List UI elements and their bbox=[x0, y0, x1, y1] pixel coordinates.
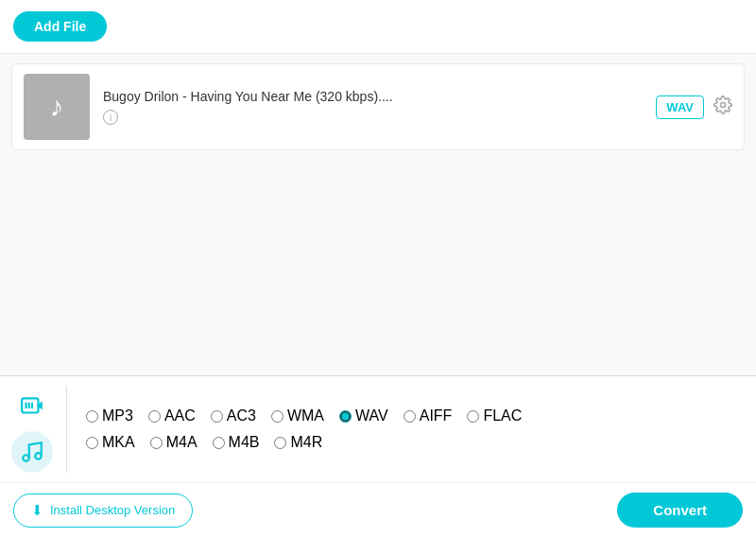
format-label-flac: FLAC bbox=[483, 407, 522, 424]
format-label-mka: MKA bbox=[102, 434, 135, 451]
svg-marker-2 bbox=[36, 402, 43, 410]
format-option-ac3[interactable]: AC3 bbox=[205, 406, 262, 426]
format-badge[interactable]: WAV bbox=[656, 95, 704, 119]
music-icon: ♪ bbox=[50, 91, 64, 123]
install-label: Install Desktop Version bbox=[50, 503, 175, 517]
format-row-2: MKA M4A M4B M4R bbox=[80, 432, 527, 453]
format-option-aac[interactable]: AAC bbox=[143, 406, 201, 426]
file-name: Bugoy Drilon - Having You Near Me (320 k… bbox=[103, 89, 643, 104]
format-option-flac[interactable]: FLAC bbox=[461, 406, 527, 426]
svg-point-6 bbox=[23, 455, 29, 461]
radio-wav[interactable] bbox=[339, 410, 352, 423]
format-row-1: MP3 AAC AC3 WMA WAV bbox=[80, 406, 527, 426]
convert-button[interactable]: Convert bbox=[617, 493, 743, 528]
format-option-m4b[interactable]: M4B bbox=[207, 432, 266, 453]
svg-point-7 bbox=[35, 453, 42, 459]
audio-icon bbox=[20, 440, 44, 464]
settings-icon[interactable] bbox=[713, 95, 732, 119]
radio-m4b[interactable] bbox=[213, 437, 225, 449]
radio-mka[interactable] bbox=[86, 437, 98, 449]
radio-aiff[interactable] bbox=[404, 410, 416, 423]
install-desktop-button[interactable]: ⬇ Install Desktop Version bbox=[13, 494, 193, 528]
file-thumbnail: ♪ bbox=[24, 74, 90, 140]
action-bar: ⬇ Install Desktop Version Convert bbox=[0, 483, 756, 537]
video-icon bbox=[20, 394, 44, 419]
file-actions: WAV bbox=[656, 95, 732, 119]
format-label-wav: WAV bbox=[355, 407, 388, 424]
radio-m4r[interactable] bbox=[274, 437, 286, 449]
download-icon: ⬇ bbox=[31, 502, 43, 519]
format-option-wav[interactable]: WAV bbox=[334, 406, 394, 426]
file-info: Bugoy Drilon - Having You Near Me (320 k… bbox=[103, 89, 643, 125]
format-label-wma: WMA bbox=[287, 407, 324, 424]
radio-mp3[interactable] bbox=[86, 410, 98, 423]
format-label-aiff: AIFF bbox=[420, 407, 453, 424]
media-type-icons bbox=[11, 386, 67, 473]
toolbar: Add File bbox=[0, 0, 756, 54]
radio-aac[interactable] bbox=[148, 410, 161, 423]
format-option-aiff[interactable]: AIFF bbox=[398, 406, 458, 426]
info-icon[interactable]: i bbox=[103, 110, 118, 125]
format-label-mp3: MP3 bbox=[102, 407, 133, 424]
format-label-m4r: M4R bbox=[290, 434, 322, 451]
file-list: ♪ Bugoy Drilon - Having You Near Me (320… bbox=[0, 54, 756, 375]
add-file-button[interactable]: Add File bbox=[13, 11, 107, 42]
radio-m4a[interactable] bbox=[150, 437, 163, 449]
format-label-m4a: M4A bbox=[166, 434, 198, 451]
file-item: ♪ Bugoy Drilon - Having You Near Me (320… bbox=[11, 63, 745, 150]
format-option-wma[interactable]: WMA bbox=[266, 406, 330, 426]
radio-wma[interactable] bbox=[271, 410, 284, 423]
video-mode-button[interactable] bbox=[11, 386, 53, 427]
radio-ac3[interactable] bbox=[211, 410, 223, 423]
format-option-m4r[interactable]: M4R bbox=[268, 432, 328, 453]
format-panel: MP3 AAC AC3 WMA WAV bbox=[0, 376, 756, 483]
audio-mode-button[interactable] bbox=[11, 431, 53, 473]
format-option-mp3[interactable]: MP3 bbox=[80, 406, 139, 426]
svg-point-0 bbox=[721, 102, 726, 107]
format-option-m4a[interactable]: M4A bbox=[145, 432, 203, 453]
format-label-m4b: M4B bbox=[229, 434, 260, 451]
format-options-container: MP3 AAC AC3 WMA WAV bbox=[80, 406, 527, 453]
bottom-panel: MP3 AAC AC3 WMA WAV bbox=[0, 375, 756, 537]
radio-flac[interactable] bbox=[467, 410, 479, 423]
format-label-aac: AAC bbox=[164, 407, 196, 424]
format-label-ac3: AC3 bbox=[227, 407, 256, 424]
format-option-mka[interactable]: MKA bbox=[80, 432, 141, 453]
